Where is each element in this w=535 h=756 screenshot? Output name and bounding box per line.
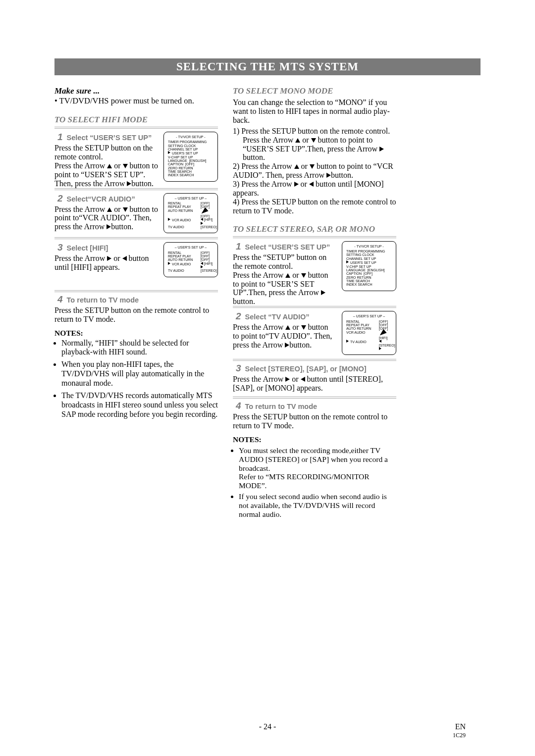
osd-tvaud: TV AUDIO xyxy=(168,225,184,229)
osd-off: [OFF] xyxy=(379,323,392,327)
osd-title: - TV/VCR SETUP - xyxy=(168,135,214,139)
sel-right-icon xyxy=(201,265,203,268)
arrow-right-icon xyxy=(127,181,131,186)
pointer-icon xyxy=(168,151,170,154)
notes-list-left: Normally, “HIFI” should be selected for … xyxy=(54,339,218,419)
osd-off: [OFF] xyxy=(201,254,214,258)
osd-users-setup-1: – USER’S SET UP – RENTAL[OFF] REPEAT PLA… xyxy=(163,193,218,234)
rs2-label: Select “TV AUDIO” xyxy=(245,313,310,321)
osd-hifi: [HIFI] xyxy=(204,218,213,221)
osd-tvaud: TV AUDIO xyxy=(350,340,367,344)
osd-rental: RENTAL xyxy=(168,202,181,205)
osd-rental: RENTAL xyxy=(168,251,181,254)
arrow-up-icon xyxy=(294,164,299,169)
note-r-2: If you select second audio when second a… xyxy=(239,492,396,518)
notes-heading-r: NOTES: xyxy=(233,435,396,444)
osd-title: - TV/VCR SETUP - xyxy=(346,245,392,248)
arrow-left-icon xyxy=(122,256,127,261)
arrow-right-icon xyxy=(285,377,290,382)
rs3b: Press the Arrow xyxy=(233,375,285,383)
pointer-icon xyxy=(168,218,170,221)
note-r-1a: You must select the recording mode,eithe… xyxy=(239,446,388,472)
power-note-text: TV/DVD/VHS power must be turned on. xyxy=(59,96,194,105)
osd-vcraud: VCR AUDIO xyxy=(346,331,366,334)
osd-autoret: AUTO RETURN xyxy=(168,209,193,212)
rs4-label: To return to TV mode xyxy=(245,403,318,410)
arrow-right-icon xyxy=(285,343,289,348)
step1-label: Select “USER’S SET UP” xyxy=(67,134,152,142)
rs1b: Press the “SETUP” button on the remote c… xyxy=(233,253,326,270)
osd-hifi: [HIFI] xyxy=(379,336,387,340)
osd-off: [OFF] xyxy=(201,214,210,218)
note-l-2: When you play non-HIFI tapes, the TV/DVD… xyxy=(61,360,218,388)
lang-code: EN xyxy=(455,722,466,731)
mono-l3: 3) Press the Arrow xyxy=(233,180,294,188)
s1c: Press the Arrow xyxy=(54,161,107,170)
sel-left-icon xyxy=(201,262,203,265)
osd-off: [OFF] xyxy=(201,251,214,254)
step2-label: Select“VCR AUDIO” xyxy=(67,195,135,203)
s1e: button. xyxy=(131,179,154,188)
arrow-up-icon xyxy=(107,207,112,212)
arrow-up-icon xyxy=(295,138,300,143)
note-l-1: Normally, “HIFI” should be selected for … xyxy=(61,339,218,357)
arrow-down-icon xyxy=(301,273,306,278)
step4-body: Press the SETUP button on the remote con… xyxy=(54,306,218,324)
osd-tvaud: TV AUDIO xyxy=(168,269,184,272)
osd-rental: RENTAL xyxy=(346,320,360,323)
arrow-left-icon xyxy=(309,182,314,187)
rs1e: button. xyxy=(233,297,255,305)
arrow-right-icon xyxy=(107,224,111,229)
osd-repeat: REPEAT PLAY xyxy=(168,205,191,208)
sel-left-icon xyxy=(379,340,381,343)
osd-autoret: AUTO RETURN xyxy=(168,258,193,261)
arrow-down-icon xyxy=(123,207,128,212)
osd-vcraud: VCR AUDIO xyxy=(172,218,191,222)
osd-autoret: AUTO RETURN xyxy=(346,327,371,330)
osd-off: [OFF] xyxy=(201,258,210,261)
mono-l1b: Press the Arrow xyxy=(243,136,295,144)
step3-label: Select [HIFI] xyxy=(67,244,108,252)
arrow-down-icon xyxy=(123,164,128,168)
osd-repeat: REPEAT PLAY xyxy=(168,254,191,258)
osd-stereo: [STEREO] xyxy=(201,269,217,272)
mono-intro: You can change the selection to “MONO” i… xyxy=(233,98,396,125)
notes-heading: NOTES: xyxy=(54,329,218,338)
note-r-1b: Refer to “MTS RECORDING/MONITOR MODE”. xyxy=(239,472,370,490)
arrow-up-icon xyxy=(107,164,112,168)
hifi-heading: TO SELECT HIFI MODE xyxy=(54,115,218,125)
mono-l2c: button. xyxy=(331,171,353,179)
arrow-up-icon xyxy=(285,325,290,330)
doc-code: 1C29 xyxy=(453,732,466,739)
hifi-step-3: 3Select [HIFI] Press the Arrow or button… xyxy=(54,240,218,281)
osd-title: – USER’S SET UP – xyxy=(346,314,392,318)
page: SELECTING THE MTS SYSTEM Make sure ... •… xyxy=(0,0,535,756)
arrow-right-icon xyxy=(326,173,331,178)
osd-users-setup-3: – USER’S SET UP – RENTAL[OFF] REPEAT PLA… xyxy=(342,311,396,355)
hifi-step-1: 1Select “USER’S SET UP” Press the SETUP … xyxy=(54,130,218,188)
hifi-step-2: 2Select“VCR AUDIO” Press the Arrow or bu… xyxy=(54,191,218,238)
mono-heading: TO SELECT MONO MODE xyxy=(233,86,396,96)
s2d: button. xyxy=(111,222,133,231)
arrow-right-icon xyxy=(321,290,325,295)
column-right: TO SELECT MONO MODE You can change the s… xyxy=(233,75,396,520)
rs2d: button. xyxy=(289,341,312,349)
osd-off: [OFF] xyxy=(379,327,392,330)
osd-off: [OFF] xyxy=(379,320,392,323)
arrow-up-icon xyxy=(285,273,290,278)
rs3-label: Select [STEREO], [SAP], or [MONO] xyxy=(245,365,367,373)
stereo-step-2: 2Select “TV AUDIO” Press the Arrow or bu… xyxy=(233,309,396,359)
arrow-right-icon xyxy=(294,182,299,187)
make-sure-heading: Make sure ... xyxy=(54,86,218,96)
osd-tvvcr-setup-2: - TV/VCR SETUP - TIMER PROGRAMMING SETTI… xyxy=(342,241,396,291)
arrow-down-icon xyxy=(311,138,316,143)
rs2b: Press the Arrow xyxy=(233,323,285,331)
arrow-right-icon xyxy=(379,147,384,151)
column-left: Make sure ... • TV/DVD/VHS power must be… xyxy=(54,75,218,520)
arrow-down-icon xyxy=(301,325,306,330)
mono-l1d: button. xyxy=(243,153,265,161)
notes-list-right: You must select the recording mode,eithe… xyxy=(233,446,396,519)
note-l-3: The TV/DVD/VHS records automatically MTS… xyxy=(61,391,218,419)
stereo-heading: TO SELECT STEREO, SAP, OR MONO xyxy=(233,224,396,234)
sel-left-icon xyxy=(201,218,203,221)
